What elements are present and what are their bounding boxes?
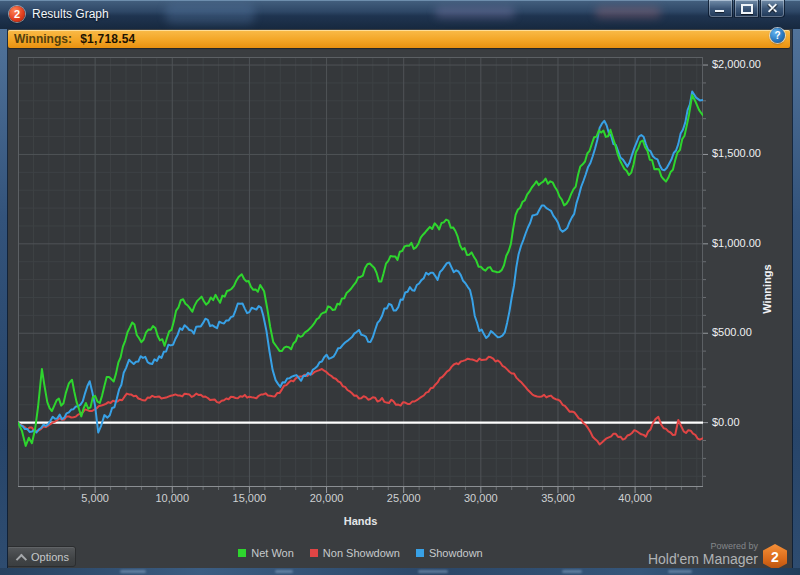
winnings-value: $1,718.54 xyxy=(80,32,135,46)
legend-swatch-icon xyxy=(238,549,246,557)
glass-reflection xyxy=(275,570,293,573)
maximize-button[interactable] xyxy=(734,0,759,18)
winnings-label: Winnings: xyxy=(14,32,72,46)
chart-legend: Net WonNon ShowdownShowdown xyxy=(18,547,703,559)
minimize-button[interactable] xyxy=(708,0,733,18)
minimize-icon xyxy=(715,10,724,12)
x-tick-label: 15,000 xyxy=(214,492,284,504)
winnings-bar: Winnings: $1,718.54 xyxy=(8,30,790,48)
y-tick-label: $500.00 xyxy=(712,326,752,340)
glass-reflection xyxy=(120,570,146,573)
window-border-right xyxy=(792,29,800,568)
x-tick-label: 25,000 xyxy=(369,492,439,504)
legend-label: Showdown xyxy=(429,547,483,559)
hm2-app-icon: 2 xyxy=(9,6,25,22)
x-tick-label: 35,000 xyxy=(523,492,593,504)
legend-swatch-icon xyxy=(416,549,424,557)
legend-swatch-icon xyxy=(310,549,318,557)
window-border-left xyxy=(0,29,8,568)
results-chart-plot[interactable] xyxy=(18,57,710,495)
x-tick-label: 30,000 xyxy=(446,492,516,504)
glass-reflection xyxy=(165,4,255,24)
glass-reflection xyxy=(562,570,582,573)
glass-reflection xyxy=(435,7,515,18)
maximize-icon xyxy=(741,4,753,14)
window-border-bottom xyxy=(0,568,800,575)
powered-by-label: Powered by xyxy=(710,541,758,551)
legend-item-non-showdown[interactable]: Non Showdown xyxy=(310,547,400,559)
y-axis-title: Winnings xyxy=(761,264,773,313)
results-graph-window: 2 Results Graph Winnings: $1,718.54 ? 5,… xyxy=(0,0,800,575)
x-tick-label: 5,000 xyxy=(60,492,130,504)
y-tick-label: $1,000.00 xyxy=(712,237,761,251)
x-tick-label: 40,000 xyxy=(600,492,670,504)
y-tick-label: $1,500.00 xyxy=(712,147,761,161)
glass-reflection xyxy=(418,570,448,573)
close-button[interactable] xyxy=(760,0,785,18)
chart-svg xyxy=(18,57,710,495)
x-tick-label: 20,000 xyxy=(292,492,362,504)
y-tick-label: $2,000.00 xyxy=(712,58,761,72)
x-axis-title: Hands xyxy=(18,515,703,527)
x-tick-label: 10,000 xyxy=(137,492,207,504)
glass-reflection xyxy=(668,570,692,573)
title-bar[interactable]: 2 Results Graph xyxy=(0,0,800,29)
legend-label: Net Won xyxy=(251,547,294,559)
window-title: Results Graph xyxy=(32,7,109,21)
brand-label: Hold'em Manager xyxy=(648,551,758,567)
hm2-badge-icon: 2 xyxy=(763,544,787,570)
legend-item-showdown[interactable]: Showdown xyxy=(416,547,483,559)
legend-item-net-won[interactable]: Net Won xyxy=(238,547,294,559)
legend-label: Non Showdown xyxy=(323,547,400,559)
caption-buttons xyxy=(708,0,786,18)
glass-reflection xyxy=(595,7,661,18)
help-icon[interactable]: ? xyxy=(770,28,785,43)
y-tick-label: $0.00 xyxy=(712,416,740,430)
